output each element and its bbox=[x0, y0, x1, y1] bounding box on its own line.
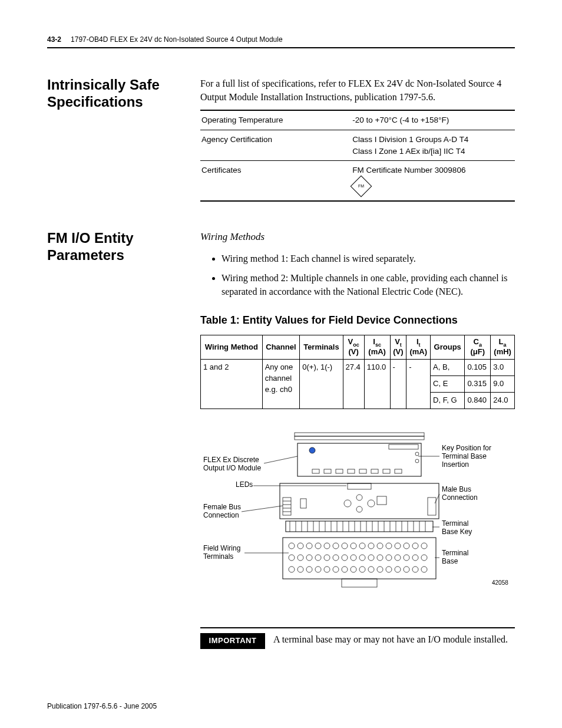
spec-agency-val-2: Class I Zone 1 AEx ib/[ia] IIC T4 bbox=[352, 146, 511, 157]
svg-point-69 bbox=[412, 543, 418, 549]
logo-text: Flex Ex bbox=[394, 445, 408, 449]
dlabel-leds: LEDs bbox=[236, 480, 253, 489]
cell-ca-1: 0.105 bbox=[465, 360, 491, 376]
svg-point-59 bbox=[324, 543, 330, 549]
svg-rect-13 bbox=[383, 469, 390, 473]
svg-point-60 bbox=[333, 543, 339, 549]
svg-point-83 bbox=[395, 555, 401, 561]
svg-rect-16 bbox=[348, 483, 371, 489]
cell-groups-2: C, E bbox=[431, 376, 465, 393]
svg-rect-7 bbox=[312, 469, 319, 473]
svg-rect-17 bbox=[283, 498, 291, 515]
svg-point-66 bbox=[386, 543, 392, 549]
spec-agency-val-1: Class I Division 1 Groups A-D T4 bbox=[352, 134, 511, 146]
th-it: It(mA) bbox=[406, 335, 431, 360]
spec-cert-key: Certificates bbox=[200, 161, 351, 202]
svg-point-76 bbox=[333, 555, 339, 561]
svg-point-72 bbox=[297, 555, 303, 561]
section-fm-entity: FM I/O Entity Parameters Wiring Methods … bbox=[47, 230, 515, 649]
cell-wiring-method: 1 and 2 bbox=[201, 360, 263, 409]
svg-point-99 bbox=[395, 566, 401, 572]
cell-isc: 110.0 bbox=[364, 360, 390, 409]
spec-cert-val: FM Certificate Number 3009806 bbox=[352, 164, 511, 176]
fm-approval-icon: FM bbox=[351, 175, 372, 197]
table1-title: Table 1: Entity Values for Field Device … bbox=[200, 312, 515, 328]
wiring-method-2: Wiring method 2: Multiple channels in on… bbox=[222, 271, 515, 298]
section-specifications: Intrinsically Safe Specifications For a … bbox=[47, 77, 515, 202]
svg-rect-8 bbox=[324, 469, 331, 473]
cell-la-3: 24.0 bbox=[491, 393, 515, 409]
dlabel-key-pos: Key Position for Terminal Base Insertion bbox=[442, 444, 493, 469]
svg-point-68 bbox=[404, 543, 409, 549]
svg-point-102 bbox=[421, 566, 427, 572]
dlabel-term-base: Terminal Base bbox=[442, 549, 471, 565]
svg-point-93 bbox=[342, 566, 348, 572]
module-diagram: FLEX Ex Discrete Output I/O Module LEDs … bbox=[200, 427, 515, 613]
svg-point-85 bbox=[412, 555, 418, 561]
dlabel-term-key: Terminal Base Key bbox=[442, 519, 472, 536]
svg-point-61 bbox=[342, 543, 348, 549]
svg-point-80 bbox=[368, 555, 374, 561]
svg-point-97 bbox=[377, 566, 383, 572]
svg-point-87 bbox=[289, 566, 295, 572]
svg-point-57 bbox=[306, 543, 312, 549]
footer-publication: Publication 1797-6.5.6 - June 2005 bbox=[47, 702, 157, 710]
cell-groups-1: A, B, bbox=[431, 360, 465, 376]
th-wiring-method: Wiring Method bbox=[201, 335, 263, 360]
th-terminals: Terminals bbox=[300, 335, 343, 360]
svg-point-78 bbox=[351, 555, 356, 561]
svg-point-23 bbox=[344, 500, 351, 507]
specs-intro: For a full list of specifications, refer… bbox=[200, 77, 515, 104]
svg-point-95 bbox=[359, 566, 365, 572]
svg-point-63 bbox=[359, 543, 365, 549]
cell-ca-2: 0.315 bbox=[465, 376, 491, 393]
page-number: 43-2 bbox=[47, 35, 61, 44]
svg-point-5 bbox=[415, 452, 419, 456]
th-ca: Ca(μF) bbox=[465, 335, 491, 360]
entity-values-table: Wiring Method Channel Terminals Voc(V) I… bbox=[200, 335, 515, 409]
svg-point-81 bbox=[377, 555, 383, 561]
cell-groups-3: D, F, G bbox=[431, 393, 465, 409]
svg-rect-14 bbox=[395, 469, 402, 473]
svg-rect-27 bbox=[377, 496, 386, 505]
svg-rect-11 bbox=[359, 469, 366, 473]
svg-rect-1 bbox=[295, 436, 424, 440]
svg-point-98 bbox=[386, 566, 392, 572]
svg-point-90 bbox=[315, 566, 321, 572]
svg-point-88 bbox=[297, 566, 303, 572]
svg-point-75 bbox=[324, 555, 330, 561]
svg-point-25 bbox=[356, 495, 362, 500]
module-drawing: Flex Ex bbox=[280, 433, 439, 587]
spec-agency-key: Agency Certification bbox=[200, 130, 351, 160]
wiring-method-list: Wiring method 1: Each channel is wired s… bbox=[212, 252, 515, 299]
th-channel: Channel bbox=[262, 335, 300, 360]
dlabel-flex-module: FLEX Ex Discrete Output I/O Module bbox=[203, 456, 261, 472]
th-voc: Voc(V) bbox=[343, 335, 364, 360]
svg-point-55 bbox=[289, 543, 295, 549]
cell-la-2: 9.0 bbox=[491, 376, 515, 393]
svg-point-91 bbox=[324, 566, 330, 572]
svg-point-24 bbox=[368, 500, 375, 507]
section-heading-fm: FM I/O Entity Parameters bbox=[47, 230, 200, 264]
svg-point-73 bbox=[306, 555, 312, 561]
svg-rect-9 bbox=[336, 469, 343, 473]
svg-point-65 bbox=[377, 543, 383, 549]
running-header: 43-2 1797-OB4D FLEX Ex 24V dc Non-Isolat… bbox=[47, 35, 515, 48]
svg-point-58 bbox=[315, 543, 321, 549]
svg-rect-15 bbox=[280, 483, 439, 519]
table-row: 1 and 2 Any one channel e.g. ch0 0(+), 1… bbox=[201, 360, 515, 376]
spec-op-temp-val: -20 to +70°C (-4 to +158°F) bbox=[351, 110, 515, 130]
cell-voc: 27.4 bbox=[343, 360, 364, 409]
svg-point-86 bbox=[421, 555, 427, 561]
cell-ca-3: 0.840 bbox=[465, 393, 491, 409]
cell-channel: Any one channel e.g. ch0 bbox=[262, 360, 300, 409]
svg-line-106 bbox=[242, 506, 283, 512]
svg-point-67 bbox=[395, 543, 401, 549]
spec-table: Operating Temperature -20 to +70°C (-4 t… bbox=[200, 110, 515, 202]
svg-point-89 bbox=[306, 566, 312, 572]
wiring-method-1: Wiring method 1: Each channel is wired s… bbox=[222, 252, 515, 265]
cell-it: - bbox=[406, 360, 431, 409]
svg-point-4 bbox=[309, 447, 315, 453]
svg-rect-0 bbox=[295, 433, 424, 436]
section-heading-specs: Intrinsically Safe Specifications bbox=[47, 77, 200, 111]
